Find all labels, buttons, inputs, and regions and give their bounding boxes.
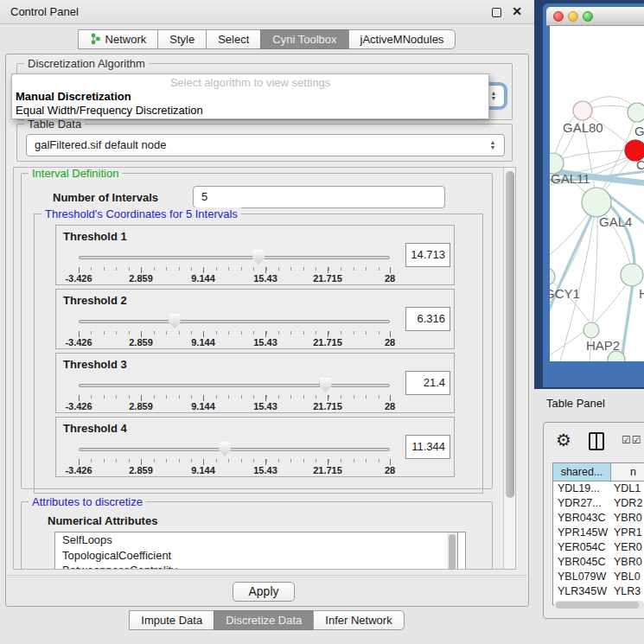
top-tab[interactable]: Select — [206, 29, 261, 49]
select-columns-icon[interactable]: ☑☑ — [622, 434, 642, 446]
bottom-tab-label: Impute Data — [141, 614, 202, 627]
interval-definition-group: Interval Definition Number of Intervals … — [21, 173, 493, 489]
slider-scale-labels: -3.426 2.859 9.144 15.43 21.715 28 — [79, 401, 390, 411]
threshold-label: Threshold 3 — [63, 358, 127, 371]
float-panel-icon[interactable] — [492, 8, 501, 17]
cyni-bottom-tabbar: Impute Data Discretize Data Infer Networ… — [0, 608, 534, 632]
table-scrollbar-thumb[interactable] — [556, 602, 639, 609]
slider-scale-labels: -3.426 2.859 9.144 15.43 21.715 28 — [79, 273, 390, 284]
attributes-group: Attributes to discretize Numerical Attri… — [21, 501, 493, 570]
table-row[interactable]: YBR045C YBR0 — [553, 555, 644, 570]
slider-track[interactable] — [79, 384, 390, 387]
table-row[interactable]: YER054C YER0 — [553, 540, 644, 555]
threshold-label: Threshold 1 — [63, 230, 127, 243]
bottom-tab-label: Discretize Data — [226, 614, 302, 627]
threshold-slider[interactable]: -3.426 2.859 9.144 15.43 21.715 28 — [77, 312, 392, 348]
algorithm-option[interactable]: Manual Discretization — [12, 90, 488, 104]
bottom-tab-group: Impute Data Discretize Data Infer Networ… — [130, 610, 404, 630]
table-row[interactable]: YLR345W YLR3 — [553, 584, 644, 599]
top-tab-group: Network Style Select Cyni Toolbox jActiv… — [79, 29, 456, 49]
node-gal4[interactable] — [582, 188, 611, 217]
slider-handle[interactable] — [169, 314, 181, 328]
threshold-slider[interactable]: -3.426 2.859 9.144 15.43 21.715 28 — [77, 376, 392, 412]
close-window-button[interactable] — [553, 11, 564, 22]
slider-major-ticks — [79, 395, 391, 401]
node-label: G — [634, 124, 644, 138]
node-label: HAP2 — [586, 338, 620, 353]
threshold-slider[interactable]: -3.426 2.859 9.144 15.43 21.715 28 — [77, 440, 392, 476]
zoom-window-button[interactable] — [583, 11, 593, 22]
number-of-intervals-combobox[interactable]: 5 — [193, 186, 445, 208]
bottom-tab[interactable]: Impute Data — [129, 610, 214, 630]
top-tab[interactable]: Style — [157, 29, 207, 49]
network-canvas[interactable]: GAL80 G C GAL11 GAL4 GCY1 H HAP2 — [550, 26, 644, 361]
apply-button[interactable]: Apply — [233, 582, 295, 602]
top-tab[interactable]: Cyni Toolbox — [260, 29, 348, 49]
table-header: shared... n — [553, 463, 644, 481]
table-panel-toolbar: ⚙ ☑☑ — [544, 428, 644, 457]
threshold-panel: Threshold 4 -3.426 2.859 9.144 — [55, 417, 455, 477]
threshold-value-field[interactable]: 21.4 — [405, 371, 450, 395]
slider-handle[interactable] — [320, 378, 332, 392]
threshold-panel: Threshold 3 -3.426 2.859 9.144 — [55, 353, 455, 413]
node-top-right[interactable] — [628, 103, 644, 122]
table-rows: YDL19... YDL1 YDR27... YDR2 YBR043C YBR0… — [553, 481, 644, 605]
slider-track[interactable] — [79, 320, 390, 323]
threshold-value-field[interactable]: 6.316 — [405, 307, 450, 331]
list-scrollbar-thumb[interactable] — [449, 534, 456, 570]
table-row[interactable]: YDL19... YDL1 — [553, 481, 644, 496]
table-row[interactable]: YBR043C YBR0 — [553, 511, 644, 526]
attribute-item[interactable]: TopologicalCoefficient — [55, 548, 465, 564]
top-tab[interactable]: Network — [78, 29, 159, 49]
table-row[interactable]: YPR145W YPR1 — [553, 526, 644, 540]
column-header-name[interactable]: n — [611, 463, 644, 481]
threshold-label: Threshold 4 — [63, 422, 127, 435]
combo-stepper-icon: ▲▼ — [488, 134, 498, 156]
settings-vertical-scrollbar[interactable] — [503, 168, 515, 569]
node-label: GAL4 — [599, 214, 632, 229]
attribute-item[interactable]: BetweennessCentrality — [55, 563, 465, 570]
attribute-item[interactable]: SelfLoops — [55, 532, 465, 548]
node-label: GAL80 — [563, 120, 603, 135]
threshold-slider[interactable]: -3.426 2.859 9.144 15.43 21.715 28 — [77, 248, 392, 284]
table-panel-title: Table Panel — [546, 397, 605, 410]
slider-major-ticks — [79, 267, 391, 273]
cyni-toolbox-panel: Discretization Algorithm ▲▼ Select algor… — [5, 54, 529, 607]
threshold-value-field[interactable]: 14.713 — [405, 243, 450, 267]
top-tab[interactable]: jActiveMNodules — [348, 29, 456, 49]
minimize-window-button[interactable] — [568, 11, 578, 22]
node-hap2[interactable] — [583, 322, 599, 338]
slider-track[interactable] — [79, 256, 390, 259]
node-label: H — [639, 286, 644, 301]
algorithm-option[interactable]: Equal Width/Frequency Discretization — [12, 104, 488, 118]
bottom-tab[interactable]: Discretize Data — [214, 610, 314, 630]
network-window-titlebar[interactable] — [546, 7, 644, 26]
threshold-value-field[interactable]: 11.344 — [405, 435, 450, 459]
slider-handle[interactable] — [252, 250, 265, 265]
apply-row: Apply — [7, 575, 527, 606]
discretization-algorithm-legend: Discretization Algorithm — [24, 57, 149, 70]
node-label: GAL11 — [551, 171, 590, 186]
settings-scrollbar-thumb[interactable] — [506, 171, 514, 498]
list-scrollbar[interactable] — [447, 532, 458, 570]
table-data-combobox[interactable]: galFiltered.sif default node — [26, 134, 505, 156]
combo-stepper-icon: ▲▼ — [488, 86, 499, 106]
table-row[interactable]: YDR27... YDR2 — [553, 496, 644, 511]
split-columns-icon[interactable] — [589, 432, 604, 450]
bottom-tab[interactable]: Infer Network — [313, 610, 404, 630]
slider-scale-labels: -3.426 2.859 9.144 15.43 21.715 28 — [79, 465, 390, 475]
slider-handle[interactable] — [219, 442, 231, 456]
slider-track[interactable] — [79, 448, 390, 451]
table-row[interactable]: YBL079W YBL0 — [553, 570, 644, 584]
threshold-panel: Threshold 2 -3.426 2.859 9.144 — [55, 289, 455, 349]
algorithm-popup-placeholder: Select algorithm to view settings — [12, 74, 488, 90]
node-h[interactable] — [621, 264, 643, 286]
close-panel-icon[interactable]: ✕ — [512, 4, 522, 18]
node-table: shared... n YDL19... YDL1 YDR27... YDR2 … — [552, 462, 644, 605]
table-horizontal-scrollbar[interactable] — [554, 601, 644, 609]
node-gal80[interactable] — [573, 101, 592, 120]
bottom-tab-label: Infer Network — [325, 614, 392, 627]
gear-icon[interactable]: ⚙ — [556, 430, 571, 450]
table-data-group: Table Data galFiltered.sif default node … — [16, 124, 513, 162]
column-header-shared-name[interactable]: shared... — [553, 463, 611, 481]
